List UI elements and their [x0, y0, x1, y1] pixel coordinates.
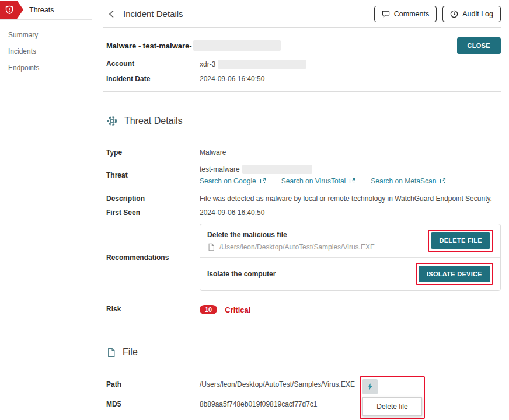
search-metascan-label: Search on MetaScan [371, 177, 436, 185]
description-row: Description File was detected as malware… [103, 195, 501, 203]
sidebar-item-incidents[interactable]: Incidents [0, 43, 92, 60]
recommendation-title: Delete the malicious file [207, 231, 428, 239]
md5-value: 8b89aa5f748eb019f09819cacf77d7c1 [200, 400, 501, 408]
recommendation-title: Isolate the computer [207, 270, 416, 278]
gear-icon [106, 115, 118, 127]
recommendation-delete-file: Delete the malicious file /Users/leon/De… [200, 224, 500, 257]
type-label: Type [106, 148, 200, 157]
type-value: Malware [200, 148, 501, 157]
incident-date-row: Incident Date 2024-09-06 16:40:50 [103, 75, 501, 83]
recommendations-label: Recommendations [106, 254, 200, 262]
audit-log-label: Audit Log [462, 10, 493, 18]
isolate-device-button[interactable]: ISOLATE DEVICE [419, 266, 490, 282]
risk-score-badge: 10 [200, 305, 217, 314]
recommendation-path: /Users/leon/Desktop/AutoTest/Samples/Vir… [219, 243, 375, 251]
incident-date-value: 2024-09-06 16:40:50 [200, 75, 501, 83]
threats-ribbon [0, 1, 23, 19]
comment-bubble-icon [382, 10, 390, 18]
path-value: /Users/leon/Desktop/AutoTest/Samples/Vir… [200, 380, 355, 388]
topbar: Incident Details Comments Audit Log [103, 0, 501, 28]
recommendations-row: Recommendations Delete the malicious fil… [103, 224, 501, 291]
redacted-text [193, 40, 281, 51]
search-google-link[interactable]: Search on Google [200, 177, 266, 185]
incident-header: Malware - test-malware- CLOSE [103, 37, 501, 54]
description-label: Description [106, 195, 200, 203]
annotation-box: DELETE FILE [428, 230, 493, 252]
account-label: Account [106, 60, 200, 69]
comments-label: Comments [394, 10, 429, 18]
external-link-icon [439, 178, 446, 185]
file-section-header: File [103, 347, 501, 365]
back-chevron-icon[interactable] [106, 8, 118, 20]
file-icon [207, 243, 215, 251]
topbar-actions: Comments Audit Log [374, 6, 501, 22]
sidebar-title: Threats [29, 6, 54, 14]
external-link-icon [259, 178, 266, 185]
sidebar-nav: Summary Incidents Endpoints [0, 20, 92, 76]
description-value: File was detected as malware by local or… [200, 195, 501, 203]
search-metascan-link[interactable]: Search on MetaScan [371, 177, 446, 185]
search-google-label: Search on Google [200, 177, 256, 185]
type-row: Type Malware [103, 148, 501, 157]
first-seen-value: 2024-09-06 16:40:50 [200, 209, 501, 217]
md5-row: MD5 8b89aa5f748eb019f09819cacf77d7c1 [103, 400, 501, 408]
sidebar: Threats Summary Incidents Endpoints [0, 0, 92, 420]
page-title: Incident Details [123, 9, 183, 19]
clock-icon [450, 10, 458, 18]
path-row: Path /Users/leon/Desktop/AutoTest/Sample… [103, 380, 501, 388]
audit-log-button[interactable]: Audit Log [442, 6, 501, 22]
sidebar-item-endpoints[interactable]: Endpoints [0, 60, 92, 76]
search-virustotal-link[interactable]: Search on VirusTotal [281, 177, 356, 185]
external-link-icon [348, 178, 355, 185]
file-icon [106, 348, 116, 357]
sidebar-header-threats[interactable]: Threats [0, 0, 92, 20]
threat-search-links: Search on Google Search on VirusTotal Se… [200, 177, 446, 185]
recommendation-isolate: Isolate the computer ISOLATE DEVICE [200, 257, 500, 290]
redacted-text [218, 60, 306, 69]
lightning-bolt-icon [366, 383, 374, 391]
risk-row: Risk 10 Critical [103, 305, 501, 314]
risk-label: Risk [106, 305, 200, 314]
incident-date-label: Incident Date [106, 75, 200, 83]
incident-title: Malware - test-malware- [106, 41, 192, 50]
delete-file-button[interactable]: DELETE FILE [431, 232, 490, 249]
threat-label: Threat [106, 171, 200, 179]
account-value: xdr-3 [200, 60, 215, 68]
annotation-box: ISOLATE DEVICE [416, 263, 493, 285]
threat-value: test-malware [200, 165, 240, 173]
file-actions-button[interactable] [362, 379, 378, 394]
close-button-wrap: CLOSE [457, 37, 501, 54]
recommendations-box: Delete the malicious file /Users/leon/De… [200, 224, 501, 291]
account-row: Account xdr-3 [103, 60, 501, 69]
risk-level: Critical [225, 306, 250, 314]
comments-button[interactable]: Comments [374, 6, 437, 22]
annotation-box: Delete file [360, 376, 425, 419]
delete-file-menu-item[interactable]: Delete file [362, 397, 422, 416]
main-content: Incident Details Comments Audit Log Malw… [92, 0, 509, 420]
threat-details-section-header: Threat Details [103, 115, 501, 134]
file-action-widget: Delete file [360, 376, 425, 419]
threat-details-title: Threat Details [124, 116, 183, 126]
redacted-text [242, 165, 312, 174]
threat-row: Threat test-malware Search on Google Sea… [103, 165, 501, 185]
close-button[interactable]: CLOSE [457, 37, 501, 54]
file-section-title: File [123, 347, 138, 357]
first-seen-label: First Seen [106, 209, 200, 217]
first-seen-row: First Seen 2024-09-06 16:40:50 [103, 209, 501, 217]
path-label: Path [106, 380, 200, 388]
md5-label: MD5 [106, 400, 200, 408]
search-virustotal-label: Search on VirusTotal [281, 177, 346, 185]
divider [103, 91, 501, 92]
threat-shield-icon [5, 5, 19, 15]
sidebar-item-summary[interactable]: Summary [0, 27, 92, 43]
